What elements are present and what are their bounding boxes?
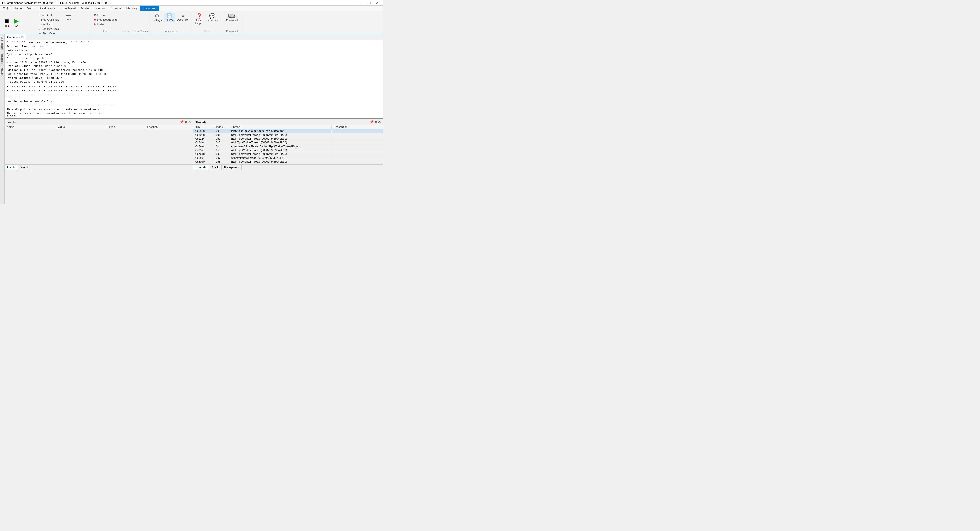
output-line-5: Executable search path is: <box>6 57 381 61</box>
help-group: ❓ LocalHelp ▾ 💬 Feedback Help <box>191 11 222 34</box>
locals-table-scroll[interactable]: Name Value Type Location <box>5 125 193 164</box>
table-row[interactable]: 0x6eac 0x4 combase!CRpcThreadCache::RpcW… <box>193 145 383 148</box>
locals-close-icon[interactable]: ✕ <box>188 120 191 124</box>
assembly-button[interactable]: ≡ Assembly <box>177 13 189 22</box>
step-over-button[interactable]: → Step Over <box>38 31 63 34</box>
go-button[interactable]: ▶ Go <box>13 18 20 28</box>
table-row[interactable]: 0x6c08 0x7 winmmlt!timeThread (00007ff9`… <box>193 156 383 160</box>
threads-col-tid: TID <box>193 125 214 129</box>
menu-model[interactable]: Model <box>78 6 92 11</box>
threads-table-scroll[interactable]: TID Index Thread Description 0x6858 0x0 … <box>193 125 383 164</box>
step-into-back-button[interactable]: ↓ Step Into Back <box>38 27 63 31</box>
command-output[interactable]: ************ Path validation summary ***… <box>5 40 383 114</box>
step-into-label: Step Into <box>41 23 52 26</box>
table-row[interactable]: 0x75fc 0x5 ntdll!TppWorkerThread (00007f… <box>193 148 383 152</box>
step-out-label: Step Out <box>41 14 52 17</box>
output-line-6: Windows 10 Version 19045 MP (16 procs) F… <box>6 61 381 64</box>
bottom-panels: Locals 📌 ⧉ ✕ Name Value Type <box>5 119 383 170</box>
threads-pin-icon[interactable]: 📌 <box>369 120 374 124</box>
thread-index: 0x6 <box>214 152 229 156</box>
source-label: Source <box>165 19 173 22</box>
sidebar-registers[interactable]: Registers <box>0 51 4 65</box>
menu-breakpoints[interactable]: Breakpoints <box>36 6 57 11</box>
menu-timetravel[interactable]: Time Travel <box>57 6 78 11</box>
stop-label: Stop Debugging <box>97 18 117 21</box>
thread-index: 0x4 <box>214 145 229 148</box>
menu-command[interactable]: Command <box>140 6 159 11</box>
menu-memory[interactable]: Memory <box>124 6 140 11</box>
break-button[interactable]: ⏹ Break <box>2 18 12 28</box>
thread-description <box>331 152 383 156</box>
local-help-button[interactable]: ❓ LocalHelp ▾ <box>194 13 204 26</box>
close-button[interactable]: ✕ <box>374 0 381 5</box>
title-bar: E:\Sample\finger_test\ida-interr-2023070… <box>0 0 383 6</box>
threads-panel: Threads 📌 ⧉ ✕ TID Index Thread <box>193 119 383 170</box>
sidebar-left: Disassembly Registers Memory <box>0 34 5 204</box>
locals-header-controls: 📌 ⧉ ✕ <box>180 120 191 124</box>
title-bar-controls: ─ □ ✕ <box>358 0 381 5</box>
ribbon: ⏹ Break ▶ Go ↑ Step Out ↑ Step Out Back … <box>0 11 383 34</box>
thread-name: ida64.exe+0x22a500 (00007ff7`550aa500) <box>229 129 331 133</box>
step-out-back-button[interactable]: ↑ Step Out Back <box>38 18 63 22</box>
detach-button[interactable]: ✂ Detach <box>93 22 118 26</box>
command-ribbon-button[interactable]: ⌨ Command <box>225 13 239 22</box>
preferences-group: ⚙ Settings 📄 Source ≡ Assembly Preferenc… <box>150 11 191 34</box>
locals-pin-icon[interactable]: 📌 <box>180 120 184 124</box>
table-row[interactable]: 0x7648 0x6 ntdll!TppWorkerThread (00007f… <box>193 152 383 156</box>
menu-home[interactable]: Home <box>11 6 24 11</box>
help-content: ❓ LocalHelp ▾ 💬 Feedback <box>194 12 219 30</box>
back-button-container: ⟵ Back <box>63 13 73 21</box>
menu-source[interactable]: Source <box>109 6 124 11</box>
threads-col-description: Description <box>331 125 383 129</box>
feedback-button[interactable]: 💬 Feedback <box>206 13 219 22</box>
command-input[interactable] <box>18 115 381 118</box>
thread-description <box>331 160 383 164</box>
source-button[interactable]: 📄 Source <box>164 13 175 22</box>
command-tab-close[interactable]: ✕ <box>21 35 23 38</box>
threads-footer-tab-threads[interactable]: Threads <box>193 165 209 170</box>
stop-debugging-button[interactable]: ■ Stop Debugging <box>93 18 118 22</box>
sidebar-memory[interactable]: Memory <box>0 65 4 78</box>
locals-float-icon[interactable]: ⧉ <box>185 120 187 124</box>
locals-col-type: Type <box>107 125 145 129</box>
restart-button[interactable]: ↺ Restart <box>93 13 118 17</box>
assembly-label: Assembly <box>177 18 188 21</box>
locals-title: Locals <box>6 121 16 124</box>
restart-label: Restart <box>97 14 107 17</box>
menu-view[interactable]: View <box>24 6 36 11</box>
threads-float-icon[interactable]: ⧉ <box>375 120 377 124</box>
locals-footer-tab-watch[interactable]: Watch <box>18 165 32 170</box>
back-button[interactable]: ⟵ Back <box>64 13 73 21</box>
step-out-back-label: Step Out Back <box>41 18 59 21</box>
step-into-button[interactable]: ↓ Step Into <box>38 22 63 26</box>
menu-file[interactable]: 文件 <box>0 6 11 11</box>
threads-footer-tab-stack[interactable]: Stack <box>209 165 221 170</box>
locals-footer-tab-locals[interactable]: Locals <box>5 165 18 170</box>
table-row[interactable]: 0x1254 0x2 ntdll!TppWorkerThread (00007f… <box>193 137 383 141</box>
menu-scripting[interactable]: Scripting <box>92 6 109 11</box>
flow-control-group: ↑ Step Out ↑ Step Out Back ↓ Step Into ↓… <box>22 11 89 34</box>
output-dots-5: ........................................… <box>6 104 381 107</box>
table-row[interactable]: 0x3068 0x1 ntdll!TppWorkerThread (00007f… <box>193 133 383 137</box>
preferences-label: Preferences <box>164 30 177 33</box>
sidebar-disassembly[interactable]: Disassembly <box>0 34 4 51</box>
maximize-button[interactable]: □ <box>366 0 373 5</box>
step-out-button[interactable]: ↑ Step Out <box>38 13 63 17</box>
end-col: ↺ Restart ■ Stop Debugging ✂ Detach <box>93 13 118 26</box>
threads-footer-tab-breakpoints[interactable]: Breakpoints <box>221 165 242 170</box>
command-prompt: 0:000> <box>6 115 17 118</box>
minimize-button[interactable]: ─ <box>358 0 366 5</box>
locals-footer: Locals Watch <box>5 164 193 170</box>
threads-close-icon[interactable]: ✕ <box>378 120 381 124</box>
go-label: Go <box>15 24 18 27</box>
command-tab[interactable]: Command ✕ <box>5 34 26 40</box>
reverse-flow-group: Reverse Flow Control <box>122 11 150 34</box>
flow-control-content: ↑ Step Out ↑ Step Out Back ↓ Step Into ↓… <box>38 12 73 34</box>
step-into-back-icon: ↓ <box>38 27 40 30</box>
table-row[interactable]: 0x6858 0x0 ida64.exe+0x22a500 (00007ff7`… <box>193 129 383 133</box>
output-line-4: Symbol search path is: srv* <box>6 53 381 56</box>
settings-button[interactable]: ⚙ Settings <box>151 13 162 22</box>
table-row[interactable]: 0x5dec 0x3 ntdll!TppWorkerThread (00007f… <box>193 141 383 145</box>
locals-table: Name Value Type Location <box>5 125 193 129</box>
table-row[interactable]: 0x8040 0x8 ntdll!TppWorkerThread (00007f… <box>193 160 383 164</box>
